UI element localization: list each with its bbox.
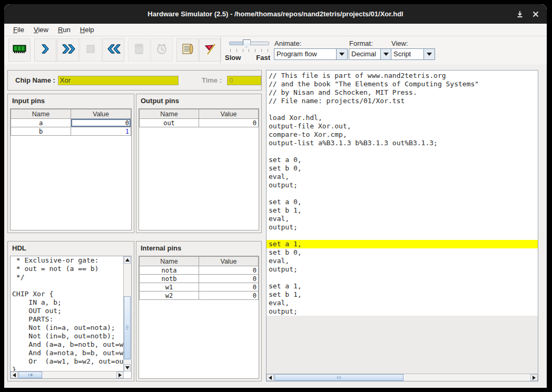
speed-slider-thumb[interactable] xyxy=(243,39,251,48)
menu-view[interactable]: View xyxy=(29,24,53,35)
script-line: set b 1, xyxy=(267,290,538,299)
scroll-up-button[interactable] xyxy=(124,256,131,264)
script-horizontal-scrollbar[interactable] xyxy=(267,374,538,381)
pin-value-cell[interactable]: 1 xyxy=(71,127,131,136)
format-selected-value: Decimal xyxy=(349,49,380,59)
animate-select[interactable]: Program flow xyxy=(274,48,348,60)
hdl-code-line: Not (in=b, out=notb); xyxy=(11,332,124,340)
hdl-code-line: Not (in=a, out=nota); xyxy=(11,324,124,332)
load-script-button[interactable] xyxy=(176,38,199,62)
output-pins-panel: Output pins NameValueout0 xyxy=(136,94,262,233)
view-selected-value: Script xyxy=(391,49,423,59)
pin-name-cell: out xyxy=(140,119,199,127)
table-row: a0 xyxy=(11,119,131,127)
pin-value-cell[interactable]: 0 xyxy=(199,283,259,292)
script-line: eval, xyxy=(267,215,538,223)
pin-value-cell[interactable]: 0 xyxy=(199,119,259,127)
chevron-down-icon[interactable] xyxy=(380,49,391,59)
chip-name-field[interactable]: Xor xyxy=(58,76,179,85)
table-row: notb0 xyxy=(140,275,259,283)
script-current-line: set a 1, xyxy=(267,240,538,248)
output-pins-table: NameValueout0 xyxy=(139,108,259,230)
run-button[interactable] xyxy=(57,38,79,62)
menu-file[interactable]: File xyxy=(8,24,29,35)
hdl-code-line: * Exclusive-or gate: xyxy=(11,256,124,265)
scroll-left-button[interactable] xyxy=(11,371,18,378)
hdl-hscroll-thumb[interactable] xyxy=(18,371,42,378)
column-header-name: Name xyxy=(11,109,71,119)
pin-name-cell: w2 xyxy=(140,292,199,300)
script-line: output; xyxy=(267,265,538,274)
input-pins-title: Input pins xyxy=(8,94,134,106)
calculator-button xyxy=(128,38,150,62)
load-chip-button[interactable] xyxy=(8,38,31,62)
hdl-horizontal-scrollbar[interactable] xyxy=(11,371,124,378)
hdl-panel: HDL * Exclusive-or gate: * out = not (a … xyxy=(7,241,134,381)
script-line: output-list a%B3.1.3 b%B3.1.3 out%B3.1.3… xyxy=(267,139,538,147)
scroll-right-button[interactable] xyxy=(530,374,538,381)
pin-value-cell[interactable]: 0 xyxy=(199,266,259,275)
scroll-right-button[interactable] xyxy=(116,371,124,378)
input-pins-table: NameValuea0b1 xyxy=(10,108,132,230)
hdl-vertical-scrollbar[interactable] xyxy=(123,256,131,371)
pin-name-cell: a xyxy=(11,119,71,127)
chevron-down-icon[interactable] xyxy=(336,49,347,59)
toolbar: Slow Fast Animate: Program flow Format: … xyxy=(4,36,547,65)
toolbar-buttons xyxy=(8,38,222,62)
view-select[interactable]: Script xyxy=(391,48,435,60)
hdl-title: HDL xyxy=(8,242,134,254)
pin-name-cell: b xyxy=(11,127,71,136)
hdl-code-line: * out = not (a == b) xyxy=(11,265,124,273)
script-line: set a 0, xyxy=(267,156,538,164)
close-button[interactable] xyxy=(530,8,541,20)
reset-button[interactable] xyxy=(102,38,124,62)
minimize-button[interactable] xyxy=(514,8,526,20)
script-line: eval, xyxy=(267,299,538,307)
clock-button xyxy=(151,38,173,62)
scroll-down-button[interactable] xyxy=(124,364,131,371)
pin-value-cell[interactable]: 0 xyxy=(71,119,131,127)
script-line xyxy=(267,232,538,240)
main-area: Chip Name : Xor Time : 0 Input pins Name… xyxy=(4,64,547,388)
chip-header-bar: Chip Name : Xor Time : 0 xyxy=(7,70,262,91)
menu-run[interactable]: Run xyxy=(53,24,75,35)
script-line: // File name: projects/01/Xor.tst xyxy=(267,97,538,105)
pin-value-cell[interactable]: 0 xyxy=(199,275,259,283)
stop-button xyxy=(80,38,102,62)
rewind-icon xyxy=(105,42,121,58)
script-line: compare-to Xor.cmp, xyxy=(267,130,538,139)
script-line: eval, xyxy=(267,173,538,181)
menu-bar: FileViewRunHelp xyxy=(4,24,547,36)
input-pins-panel: Input pins NameValuea0b1 xyxy=(7,94,134,233)
hdl-code-line xyxy=(11,282,124,290)
script-line: set b 1, xyxy=(267,206,538,215)
table-row: b1 xyxy=(11,127,131,136)
script-panel: // This file is part of www.nand2tetris.… xyxy=(266,70,538,381)
chevron-down-icon[interactable] xyxy=(423,49,435,59)
scroll-left-button[interactable] xyxy=(267,374,274,381)
script-line xyxy=(267,147,538,156)
script-line: eval, xyxy=(267,257,538,265)
close-icon xyxy=(533,11,539,17)
hdl-vscroll-thumb[interactable] xyxy=(124,296,131,359)
pin-value-cell[interactable]: 0 xyxy=(199,292,259,300)
script-line: set b 0, xyxy=(267,164,538,173)
fast-forward-icon xyxy=(60,42,76,58)
breakpoints-button[interactable] xyxy=(199,38,221,62)
view-label: View: xyxy=(391,39,435,47)
script-code-view: // This file is part of www.nand2tetris.… xyxy=(267,71,538,374)
hdl-code-text: * Exclusive-or gate: * out = not (a == b… xyxy=(11,256,124,371)
format-select[interactable]: Decimal xyxy=(349,48,392,60)
time-field: 0 xyxy=(227,76,261,85)
chip-name-label: Chip Name : xyxy=(15,76,55,84)
hdl-code-line: PARTS: xyxy=(11,315,124,324)
script-line: output; xyxy=(267,181,538,189)
menu-help[interactable]: Help xyxy=(75,24,99,35)
speed-slider-ticks xyxy=(230,49,268,52)
script-line: output; xyxy=(267,307,538,316)
hdl-code-line: Or (a=w1, b=w2, out=out); xyxy=(11,357,124,366)
script-hscroll-thumb[interactable] xyxy=(274,374,403,381)
single-step-button[interactable] xyxy=(34,38,56,62)
table-header-row: NameValue xyxy=(140,109,259,119)
script-line: load Xor.hdl, xyxy=(267,114,538,122)
